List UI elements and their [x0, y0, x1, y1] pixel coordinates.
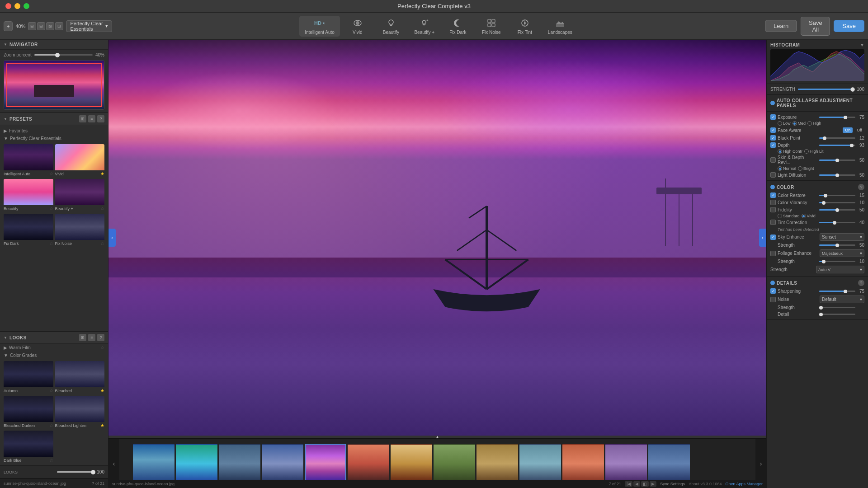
tool-intelligent-auto[interactable]: HD Intelligent Auto: [299, 16, 340, 37]
color-restore-checkbox[interactable]: ✓: [770, 192, 776, 198]
tool-fix-tint[interactable]: Fix Tint: [509, 16, 541, 37]
face-aware-on[interactable]: On: [843, 127, 853, 133]
film-thumb-9[interactable]: [476, 444, 518, 483]
light-diffusion-checkbox[interactable]: [770, 172, 776, 178]
presets-help[interactable]: ?: [97, 115, 104, 122]
color-grades-group[interactable]: ▼ Color Grades: [0, 352, 108, 359]
face-aware-checkbox[interactable]: ✓: [770, 127, 776, 133]
filmstrip-first[interactable]: |◀: [625, 481, 632, 487]
tint-correction-checkbox[interactable]: [770, 220, 776, 225]
film-thumb-2[interactable]: [176, 444, 217, 483]
save-all-button[interactable]: Save All: [801, 17, 830, 36]
warm-film-group[interactable]: ▶ Warm Film ☆: [0, 344, 108, 352]
looks-list-view[interactable]: ≡: [88, 334, 95, 341]
noise-dropdown[interactable]: Default ▾: [820, 296, 864, 303]
preset-star-fdark[interactable]: ☆: [49, 241, 53, 246]
auto-v-dropdown[interactable]: Auto V ▾: [816, 266, 864, 273]
histogram-collapse[interactable]: ▼: [860, 42, 864, 47]
tool-landscapes[interactable]: Landscapes: [542, 16, 578, 37]
depth-high-lit[interactable]: High Lit: [804, 149, 824, 154]
preset-item-beautify[interactable]: Beautify ☆: [4, 179, 53, 212]
foliage-enhance-dropdown[interactable]: Majestueux ▾: [820, 249, 864, 257]
black-point-slider[interactable]: [819, 137, 855, 139]
presets-header[interactable]: ▼ PRESETS ⊞ ≡ ?: [0, 113, 108, 125]
depth-high-contr[interactable]: High Contr: [778, 149, 802, 154]
view-btn-4[interactable]: ⊡: [55, 22, 63, 30]
sky-strength-slider[interactable]: [819, 244, 855, 246]
warm-film-star[interactable]: ☆: [100, 345, 104, 350]
film-thumb-10[interactable]: [519, 444, 561, 483]
preset-star-vivid[interactable]: ★: [100, 171, 104, 176]
fidelity-standard[interactable]: Standard: [778, 214, 800, 218]
color-vibrancy-slider[interactable]: [819, 202, 855, 203]
color-help[interactable]: ?: [858, 184, 864, 190]
noise-checkbox[interactable]: [770, 297, 776, 302]
skin-depth-slider[interactable]: [819, 160, 855, 161]
presets-list-view[interactable]: ≡: [88, 115, 95, 122]
navigator-header[interactable]: ▼ NAVIGATOR: [0, 40, 108, 50]
tool-fix-noise[interactable]: Fix Noise: [476, 16, 507, 37]
looks-help[interactable]: ?: [97, 334, 104, 341]
details-help[interactable]: ?: [858, 280, 864, 286]
window-controls[interactable]: [5, 3, 29, 9]
add-button[interactable]: +: [4, 21, 13, 31]
presets-grid-view[interactable]: ⊞: [79, 115, 86, 122]
tool-beautify-plus[interactable]: + Beautify +: [409, 16, 440, 37]
skin-bright[interactable]: Bright: [798, 166, 814, 171]
film-thumb-8[interactable]: [434, 444, 475, 483]
color-restore-slider[interactable]: [819, 195, 855, 196]
essentials-group[interactable]: ▼ Perfectly Clear Essentials: [0, 135, 108, 142]
close-button[interactable]: [5, 3, 11, 9]
fidelity-slider[interactable]: [819, 209, 855, 211]
fidelity-vivid[interactable]: Vivid: [802, 214, 816, 218]
film-thumb-7[interactable]: [391, 444, 432, 483]
color-header[interactable]: COLOR ?: [770, 183, 864, 192]
zoom-slider[interactable]: [34, 54, 93, 56]
film-thumb-13[interactable]: [648, 444, 690, 483]
look-item-bleached[interactable]: Bleached ★: [55, 361, 105, 394]
preset-item-fix-noise[interactable]: Fix Noise ☆: [55, 214, 105, 247]
film-thumb-12[interactable]: [605, 444, 647, 483]
strength-slider[interactable]: [798, 89, 853, 90]
film-thumb-3[interactable]: [219, 444, 260, 483]
tool-vivid[interactable]: Vivid: [342, 16, 373, 37]
filmstrip-next-small[interactable]: ▶: [650, 481, 656, 487]
right-collapse-arrow[interactable]: ›: [759, 229, 766, 247]
tint-correction-slider[interactable]: [819, 222, 855, 223]
look-star-autumn[interactable]: ☆: [49, 388, 53, 393]
open-apps-manager[interactable]: Open Apps Manager: [725, 482, 763, 486]
look-star-db[interactable]: ☆: [49, 458, 53, 463]
exposure-slider[interactable]: [819, 117, 855, 118]
preset-item-vivid[interactable]: Vivid ★: [55, 144, 105, 177]
looks-opacity-slider[interactable]: [57, 471, 93, 473]
filmstrip-compare[interactable]: ◧: [641, 481, 649, 487]
save-button[interactable]: Save: [834, 20, 864, 32]
learn-button[interactable]: Learn: [765, 20, 797, 32]
filmstrip-sync[interactable]: Sync Settings: [660, 482, 685, 486]
preset-item-beautify-plus[interactable]: Beautify + ☆: [55, 179, 105, 212]
preset-star-ia[interactable]: ☆: [49, 171, 53, 176]
film-thumb-1[interactable]: [133, 444, 175, 483]
look-item-autumn[interactable]: Autumn ☆: [4, 361, 53, 394]
depth-slider[interactable]: [819, 145, 855, 146]
favorites-group[interactable]: ▶ Favorites: [0, 127, 108, 135]
left-collapse-arrow[interactable]: ‹: [108, 229, 116, 247]
tool-beautify[interactable]: Beautify: [375, 16, 407, 37]
film-thumb-6[interactable]: [348, 444, 389, 483]
preset-star-fnoise[interactable]: ☆: [100, 241, 104, 246]
foliage-strength-slider[interactable]: [819, 261, 855, 262]
face-aware-off[interactable]: Off: [854, 127, 864, 133]
detail-slider[interactable]: [819, 314, 855, 315]
tool-fix-dark[interactable]: Fix Dark: [442, 16, 474, 37]
maximize-button[interactable]: [24, 3, 29, 9]
exposure-high[interactable]: High: [807, 121, 821, 126]
look-star-bleached[interactable]: ★: [100, 388, 104, 393]
looks-header[interactable]: ▼ LOOKS ⊞ ≡ ?: [0, 332, 108, 344]
exposure-low[interactable]: Low: [778, 121, 791, 126]
minimize-button[interactable]: [14, 3, 20, 9]
black-point-checkbox[interactable]: ✓: [770, 135, 776, 141]
filmstrip-prev-small[interactable]: ◀: [633, 481, 640, 487]
look-star-bd[interactable]: ☆: [49, 423, 53, 428]
light-diffusion-slider[interactable]: [819, 174, 855, 176]
view-btn-1[interactable]: ⊞: [28, 22, 36, 30]
